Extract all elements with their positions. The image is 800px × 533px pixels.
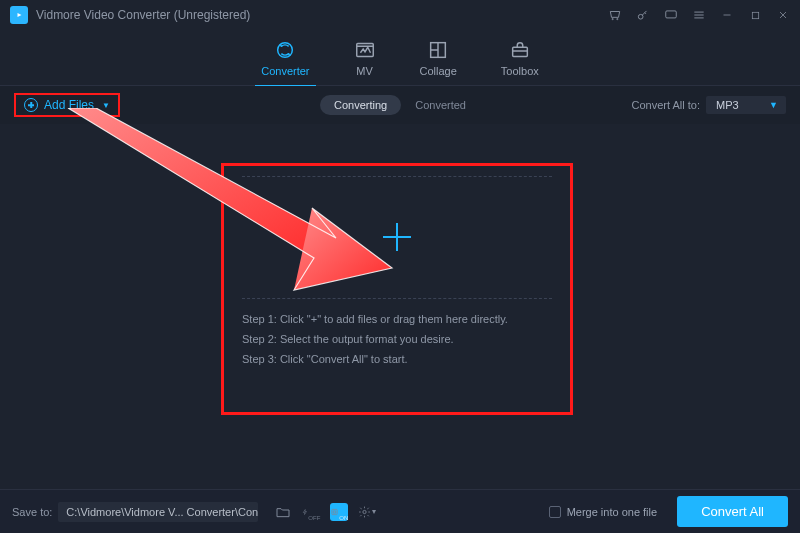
save-path-select[interactable]: C:\Vidmore\Vidmore V... Converter\Conver…: [58, 502, 258, 522]
step3-text: Step 3: Click "Convert All" to start.: [242, 353, 552, 365]
tab-converter[interactable]: Converter: [261, 39, 309, 77]
maximize-icon[interactable]: [748, 8, 762, 22]
dropzone[interactable]: Step 1: Click "+" to add files or drag t…: [222, 164, 572, 414]
close-icon[interactable]: [776, 8, 790, 22]
hw-accel-on-icon[interactable]: ON: [330, 503, 348, 521]
svg-rect-9: [332, 509, 337, 514]
feedback-icon[interactable]: [664, 8, 678, 22]
minimize-icon[interactable]: [720, 8, 734, 22]
save-to-row: Save to: C:\Vidmore\Vidmore V... Convert…: [12, 502, 258, 522]
svg-point-0: [638, 14, 643, 19]
subtab-converting[interactable]: Converting: [320, 95, 401, 115]
convert-all-to-label: Convert All to:: [632, 99, 700, 111]
main-tabs: Converter MV Collage Toolbox: [0, 30, 800, 86]
collage-icon: [427, 39, 449, 61]
tab-mv[interactable]: MV: [354, 39, 376, 77]
app-window: Vidmore Video Converter (Unregistered) C…: [0, 0, 800, 533]
output-format-select[interactable]: MP3 ▼: [706, 96, 786, 114]
output-format-row: Convert All to: MP3 ▼: [632, 96, 786, 114]
bottom-bar: Save to: C:\Vidmore\Vidmore V... Convert…: [0, 489, 800, 533]
app-logo-icon: [10, 6, 28, 24]
hw-off-label: OFF: [308, 515, 320, 521]
save-path-value: C:\Vidmore\Vidmore V... Converter\Conver…: [66, 506, 258, 518]
hw-accel-off-icon[interactable]: OFF: [302, 503, 320, 521]
convert-all-button[interactable]: Convert All: [677, 496, 788, 527]
svg-rect-4: [356, 43, 373, 56]
merge-label: Merge into one file: [567, 506, 658, 518]
subtab-converted[interactable]: Converted: [401, 95, 480, 115]
checkbox-icon: [549, 506, 561, 518]
chevron-down-icon: ▼: [102, 101, 110, 110]
add-files-label: Add Files: [44, 98, 94, 112]
bottom-icons: OFF ON ▾: [274, 503, 376, 521]
tab-label: MV: [356, 65, 373, 77]
step1-text: Step 1: Click "+" to add files or drag t…: [242, 313, 552, 325]
tab-label: Converter: [261, 65, 309, 77]
dropzone-instructions: Step 1: Click "+" to add files or drag t…: [242, 299, 552, 400]
hw-on-label: ON: [339, 515, 348, 521]
add-files-button[interactable]: Add Files ▼: [14, 93, 120, 117]
titlebar: Vidmore Video Converter (Unregistered): [0, 0, 800, 30]
merge-checkbox[interactable]: Merge into one file: [549, 506, 658, 518]
tab-collage[interactable]: Collage: [420, 39, 457, 77]
svg-rect-6: [512, 47, 527, 56]
subtabs: Converting Converted: [320, 95, 480, 115]
plus-circle-icon: [24, 98, 38, 112]
tab-toolbox[interactable]: Toolbox: [501, 39, 539, 77]
key-icon[interactable]: [636, 8, 650, 22]
settings-icon[interactable]: ▾: [358, 503, 376, 521]
toolbox-icon: [509, 39, 531, 61]
dropzone-top: [242, 176, 552, 299]
tab-label: Toolbox: [501, 65, 539, 77]
converter-icon: [274, 39, 296, 61]
tab-label: Collage: [420, 65, 457, 77]
secondary-toolbar: Add Files ▼ Converting Converted Convert…: [0, 86, 800, 124]
svg-rect-2: [752, 12, 758, 18]
window-controls: [608, 8, 790, 22]
main-canvas: Step 1: Click "+" to add files or drag t…: [0, 124, 800, 489]
menu-icon[interactable]: [692, 8, 706, 22]
app-title: Vidmore Video Converter (Unregistered): [36, 8, 250, 22]
svg-point-10: [363, 510, 366, 513]
chevron-down-icon: ▼: [769, 100, 778, 110]
output-format-value: MP3: [716, 99, 739, 111]
step2-text: Step 2: Select the output format you des…: [242, 333, 552, 345]
add-file-plus-icon[interactable]: [383, 223, 411, 251]
cart-icon[interactable]: [608, 8, 622, 22]
open-folder-icon[interactable]: [274, 503, 292, 521]
mv-icon: [354, 39, 376, 61]
save-to-label: Save to:: [12, 506, 52, 518]
